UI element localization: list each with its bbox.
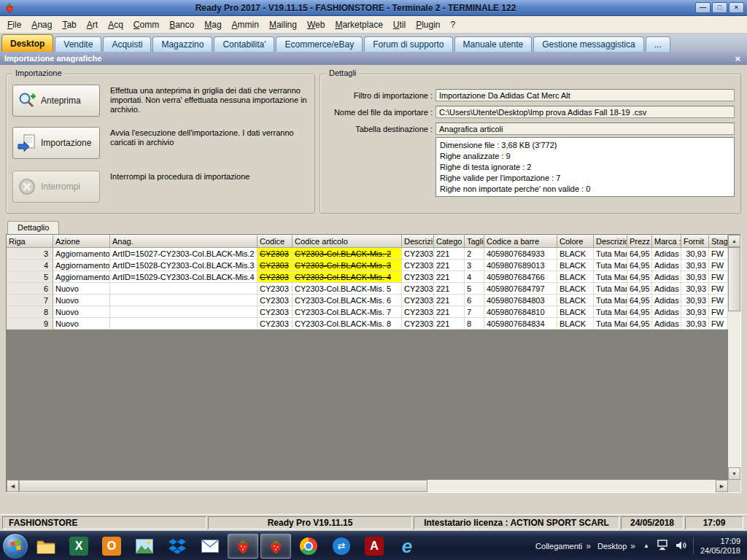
grid-column-header-riga[interactable]: Riga [7, 235, 53, 248]
grid-cell[interactable]: Tuta Man [594, 318, 627, 330]
grid-cell[interactable]: 221 [434, 248, 465, 260]
grid-cell[interactable]: 2 [465, 248, 484, 260]
grid-cell[interactable]: BLACK [557, 248, 594, 260]
filtro-importazione-field[interactable]: Importazione Da Adidas Cat Merc Alt [436, 89, 735, 101]
grid-cell[interactable]: 4059807689013 [484, 260, 557, 271]
grid-cell[interactable]: 7 [7, 295, 53, 306]
grid-cell[interactable]: 30,93 [681, 295, 709, 306]
menu-item-acq[interactable]: Acq [103, 17, 128, 33]
grid-cell[interactable]: 5 [7, 271, 53, 283]
taskbar-outlook-icon[interactable]: O [96, 534, 127, 559]
taskbar-dropbox-icon[interactable] [162, 534, 193, 559]
grid-cell[interactable]: 4059807684797 [484, 283, 557, 295]
tab-magazzino[interactable]: Magazzino [152, 36, 212, 52]
desktop-toolbar[interactable]: Desktop » [597, 541, 635, 551]
grid-cell[interactable]: Adidas [652, 260, 681, 271]
menu-item-marketplace[interactable]: Marketplace [330, 17, 387, 33]
grid-cell[interactable]: 4059807684933 [484, 248, 557, 260]
tab-gestione-messaggistica[interactable]: Gestione messaggistica [533, 36, 643, 52]
menu-item-util[interactable]: Util [388, 17, 411, 33]
taskbar-clock[interactable]: 17:09 24/05/2018 [700, 537, 740, 556]
taskbar-mail-icon[interactable] [195, 534, 225, 559]
grid-cell[interactable]: CY2303-Col.BLACK-Mis. 5 [293, 283, 402, 295]
grid-cell[interactable]: 5 [465, 283, 484, 295]
grid-cell[interactable]: 4059807684766 [484, 271, 557, 283]
grid-cell[interactable]: FW [709, 260, 728, 271]
tab-contabilita[interactable]: Contabilita' [214, 36, 274, 52]
nome-file-field[interactable]: C:\Users\Utente\Desktop\Imp prova Adidas… [436, 106, 735, 118]
start-button[interactable] [2, 533, 28, 559]
grid-cell[interactable]: CY2303-Col.BLACK-Mis. 8 [293, 318, 402, 330]
grid-cell[interactable]: CY2303 [402, 248, 434, 260]
menu-item-item[interactable]: ? [446, 17, 461, 33]
grid-cell[interactable]: 30,93 [681, 260, 709, 271]
tab-manuale-utente[interactable]: Manuale utente [454, 36, 533, 52]
grid-cell[interactable]: FW [709, 248, 728, 260]
taskbar-sync-icon[interactable]: ⇄ [326, 534, 357, 559]
grid-cell[interactable]: BLACK [557, 306, 594, 318]
grid-cell[interactable]: Tuta Man [594, 283, 627, 295]
grid-cell[interactable]: CY2303 [402, 318, 434, 330]
grid-cell[interactable]: CY2303 [258, 283, 293, 295]
anteprima-button[interactable]: Anteprima [12, 85, 100, 117]
grid-cell[interactable]: 4059807684803 [484, 295, 557, 306]
tab-desktop[interactable]: Desktop [1, 34, 53, 52]
grid-cell[interactable]: Aggiornamento [53, 248, 110, 260]
table-row[interactable]: 5AggiornamentoArtID=15029-CY2303-Col.BLA… [7, 271, 728, 283]
menu-item-comm[interactable]: Comm [128, 17, 164, 33]
grid-cell[interactable]: 4 [7, 260, 53, 271]
grid-cell[interactable]: Adidas [652, 248, 681, 260]
grid-cell[interactable]: CY2303 [258, 306, 293, 318]
grid-cell[interactable]: 30,93 [681, 318, 709, 330]
close-button[interactable]: × [729, 2, 744, 13]
grid-cell[interactable]: 4 [465, 271, 484, 283]
grid-cell[interactable]: 4059807684810 [484, 306, 557, 318]
grid-column-header-prezz[interactable]: Prezz [627, 235, 652, 248]
chevron-right-icon[interactable]: » [630, 541, 635, 551]
grid-column-header-colore[interactable]: Colore [557, 235, 594, 248]
horizontal-scrollbar[interactable]: ◀ ▶ [7, 480, 728, 492]
scroll-down-button[interactable]: ▼ [728, 467, 740, 480]
tab-dettaglio[interactable]: Dettaglio [7, 221, 59, 234]
grid-cell[interactable]: Adidas [652, 283, 681, 295]
volume-icon[interactable] [676, 540, 686, 552]
menu-item-ammin[interactable]: Ammin [227, 17, 264, 33]
grid-cell[interactable]: 64,95 [627, 260, 652, 271]
grid-cell[interactable]: Nuovo [53, 295, 110, 306]
grid-cell[interactable]: 64,95 [627, 248, 652, 260]
grid-column-header-codice-articolo[interactable]: Codice articolo [293, 235, 402, 248]
grid-cell[interactable]: CY2303 [402, 306, 434, 318]
grid-cell[interactable]: 6 [7, 283, 53, 295]
scroll-left-button[interactable]: ◀ [7, 480, 19, 492]
grid-cell[interactable]: ArtID=15028-CY2303-Col.BLACK-Mis.3 - [110, 260, 258, 271]
menu-item-file[interactable]: File [2, 17, 26, 33]
grid-cell[interactable]: Tuta Man [594, 260, 627, 271]
grid-cell[interactable]: CY2303 [258, 318, 293, 330]
menu-item-mailing[interactable]: Mailing [264, 17, 302, 33]
grid-cell[interactable]: 30,93 [681, 283, 709, 295]
table-row[interactable]: 7NuovoCY2303CY2303-Col.BLACK-Mis. 6CY230… [7, 295, 728, 306]
grid-cell[interactable]: 221 [434, 318, 465, 330]
grid-cell[interactable]: CY2303-Col.BLACK-Mis. 7 [293, 306, 402, 318]
grid-column-header-marca[interactable]: Marca : [652, 235, 681, 248]
grid-cell[interactable]: 4059807684834 [484, 318, 557, 330]
importazione-button[interactable]: Importazione [12, 127, 100, 159]
grid-cell[interactable]: 64,95 [627, 318, 652, 330]
tab-item[interactable]: ... [646, 36, 670, 52]
horizontal-scrollbar-thumb[interactable] [19, 480, 427, 492]
menu-item-banco[interactable]: Banco [164, 17, 199, 33]
grid-cell[interactable]: BLACK [557, 283, 594, 295]
grid-cell[interactable]: Aggiornamento [53, 260, 110, 271]
table-row[interactable]: 3AggiornamentoArtID=15027-CY2303-Col.BLA… [7, 248, 728, 260]
grid-cell[interactable]: 7 [465, 306, 484, 318]
grid-column-header-codice[interactable]: Codice [258, 235, 293, 248]
grid-cell[interactable]: 3 [465, 260, 484, 271]
table-row[interactable]: 9NuovoCY2303CY2303-Col.BLACK-Mis. 8CY230… [7, 318, 728, 330]
grid-cell[interactable]: 221 [434, 295, 465, 306]
tab-vendite[interactable]: Vendite [55, 36, 101, 52]
grid-cell[interactable]: CY2303-Col.BLACK-Mis. 6 [293, 295, 402, 306]
grid-cell[interactable]: ArtID=15027-CY2303-Col.BLACK-Mis.2 - [110, 248, 258, 260]
grid-cell[interactable]: ArtID=15029-CY2303-Col.BLACK-Mis.4 - [110, 271, 258, 283]
network-icon[interactable] [657, 540, 669, 552]
grid-cell[interactable]: 30,93 [681, 248, 709, 260]
